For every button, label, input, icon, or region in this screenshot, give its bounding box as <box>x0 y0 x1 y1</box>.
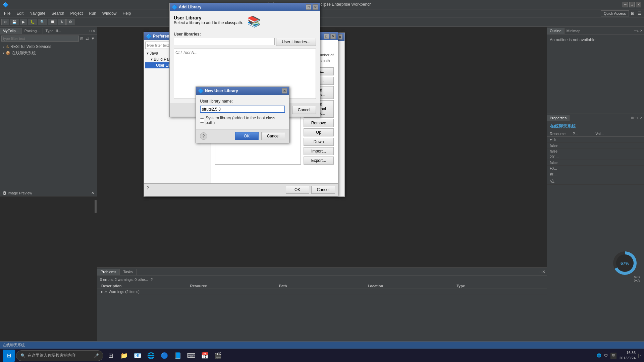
taskbar-ie[interactable]: 🔵 <box>158 350 170 362</box>
toolbar-search[interactable]: 🔍 <box>38 19 47 25</box>
toolbar-run[interactable]: ▶ <box>20 19 27 25</box>
quick-access-btn[interactable]: Quick Access <box>601 10 629 16</box>
tab-problems[interactable]: Problems <box>97 269 120 275</box>
problem-row-warnings[interactable]: ▸ ⚠ Warnings (2 items) <box>97 289 547 295</box>
maximize-btn[interactable]: □ <box>629 2 635 7</box>
prop-maximize-icon[interactable]: □ <box>637 116 639 120</box>
image-preview-title-text: Image Preview <box>8 191 32 195</box>
link-editor-icon[interactable]: ⇄ <box>85 36 90 41</box>
tree-item-chatapp[interactable]: ▾ 📦 在线聊天系统 <box>0 50 97 57</box>
new-library-cancel-btn[interactable]: Cancel <box>261 132 285 140</box>
left-panel-maximize[interactable]: □ <box>89 28 92 33</box>
taskbar-calendar[interactable]: 📅 <box>199 350 211 362</box>
prop-close-icon[interactable]: ✕ <box>640 116 643 120</box>
tab-myeclipse[interactable]: MyEclip... <box>0 28 22 34</box>
toolbar-misc[interactable]: ⚙ <box>66 19 74 25</box>
main-toolbar: ⊕ 💾 ▶ 🐛 🔍 🔲 ↻ ⚙ <box>0 17 644 27</box>
btn-user-libraries[interactable]: User Libraries... <box>276 38 316 46</box>
btn-up[interactable]: Up <box>304 128 334 136</box>
tab-properties[interactable]: Properties <box>547 115 570 121</box>
menu-help[interactable]: Help <box>120 10 134 16</box>
menu-file[interactable]: File <box>1 10 13 16</box>
toolbar-debug[interactable]: 🐛 <box>28 19 37 25</box>
add-library-maximize-btn[interactable]: □ <box>306 4 311 10</box>
menu-search[interactable]: Search <box>49 10 67 16</box>
btn-remove[interactable]: Remove <box>304 119 334 127</box>
taskbar-task-view[interactable]: ⊞ <box>105 350 117 362</box>
left-search-input[interactable] <box>1 36 79 42</box>
pref-ok-btn[interactable]: OK <box>286 186 309 194</box>
taskbar-ime[interactable]: ⌨ <box>185 350 197 362</box>
properties-columns: Resource P... Val... <box>547 131 644 137</box>
user-libs-input[interactable] <box>174 38 275 45</box>
new-library-help-btn[interactable]: ? <box>200 132 207 140</box>
show-desktop-icon[interactable]: ▫ <box>638 354 641 358</box>
workbench-icon1[interactable]: ⊞ <box>630 11 636 16</box>
left-scrollbar-thumb[interactable] <box>95 200 97 213</box>
pref-close-btn[interactable]: ✕ <box>330 34 336 39</box>
left-panel-minimize[interactable]: ─ <box>86 28 89 33</box>
bottom-minimize-icon[interactable]: ─ <box>535 269 538 274</box>
btn-import[interactable]: Import... <box>304 147 334 155</box>
problems-help-icon[interactable]: ? <box>151 278 153 282</box>
taskbar-word[interactable]: 📘 <box>172 350 184 362</box>
bottom-maximize-icon[interactable]: □ <box>539 269 541 274</box>
new-library-dialog-title: New User Library <box>205 88 280 93</box>
outline-minimize-icon[interactable]: ─ <box>634 29 637 33</box>
menu-project[interactable]: Project <box>67 10 85 16</box>
bottom-close-icon[interactable]: ✕ <box>542 269 545 274</box>
pref-help-icon[interactable]: ? <box>147 186 149 194</box>
collapse-all-icon[interactable]: ⊟ <box>79 36 84 41</box>
minimize-btn[interactable]: ─ <box>623 2 628 7</box>
toolbar-refresh[interactable]: ↻ <box>58 19 66 25</box>
btn-down[interactable]: Down <box>304 138 334 146</box>
taskbar-search[interactable]: 🔍 在这里输入你要搜索的内容 🎤 <box>16 350 103 361</box>
tab-type-hierarchy[interactable]: Type Hi... <box>43 28 64 34</box>
btn-export[interactable]: Export... <box>304 157 334 165</box>
toolbar-save[interactable]: 💾 <box>10 19 19 25</box>
search-mic-icon: 🔍 <box>20 353 25 358</box>
menu-window[interactable]: Window <box>100 10 119 16</box>
left-panel-close[interactable]: ✕ <box>92 28 96 33</box>
tab-tasks[interactable]: Tasks <box>120 269 136 275</box>
start-button[interactable]: ⊞ <box>3 350 15 362</box>
tab-minimap[interactable]: Minimap <box>565 28 583 34</box>
outline-close-icon[interactable]: ✕ <box>640 29 643 33</box>
network-icon[interactable]: 🌐 <box>597 353 601 358</box>
tab-package[interactable]: Packag... <box>22 28 43 34</box>
menu-edit[interactable]: Edit <box>14 10 26 16</box>
prop-val-date: 201... <box>550 155 641 159</box>
close-image-preview-icon[interactable]: ✕ <box>91 191 94 195</box>
menu-navigate[interactable]: Navigate <box>27 10 48 16</box>
pref-cancel-btn[interactable]: Cancel <box>311 186 335 194</box>
col-path: Path <box>278 284 367 288</box>
taskbar-browser[interactable]: 🌐 <box>145 350 157 362</box>
menu-icon[interactable]: ▼ <box>90 36 96 41</box>
toolbar-perspective[interactable]: 🔲 <box>48 19 57 25</box>
prop-minimize-icon[interactable]: ─ <box>634 116 637 120</box>
properties-rows: ↵ Ir false false 201... false <box>547 137 644 341</box>
new-library-name-input[interactable] <box>200 106 285 113</box>
taskbar-file-manager[interactable]: 📁 <box>118 350 130 362</box>
shield-icon[interactable]: 🛡 <box>604 354 608 358</box>
add-library-close-btn[interactable]: ✕ <box>313 4 318 10</box>
input-method-icon[interactable]: 英 <box>610 353 616 359</box>
taskbar-email[interactable]: 📧 <box>131 350 144 362</box>
taskbar-media[interactable]: 🎬 <box>212 350 224 362</box>
tree-item-restful[interactable]: ▸ ⚠ RESTful Web Services <box>0 44 97 50</box>
workbench-icon2[interactable]: ☰ <box>636 11 643 16</box>
prop-restore-icon[interactable]: ⊞ <box>631 116 634 120</box>
pref-dialog-footer: ? OK Cancel <box>144 183 338 196</box>
close-btn[interactable]: ✕ <box>636 2 641 7</box>
new-library-ok-btn[interactable]: OK <box>235 132 259 140</box>
tab-outline[interactable]: Outline <box>547 28 565 34</box>
system-library-checkbox[interactable] <box>200 118 204 123</box>
taskbar-clock[interactable]: 16:36 2013/9/24 <box>619 350 636 361</box>
new-library-close-btn[interactable]: ✕ <box>282 88 287 94</box>
toolbar-new[interactable]: ⊕ <box>1 19 9 25</box>
pref-maximize-btn[interactable]: □ <box>324 34 329 39</box>
left-panel-toolbar: ⊟ ⇄ ▼ <box>0 35 97 42</box>
add-lib-cancel-btn[interactable]: Cancel <box>292 106 316 114</box>
menu-run[interactable]: Run <box>86 10 99 16</box>
outline-maximize-icon[interactable]: □ <box>637 29 639 33</box>
